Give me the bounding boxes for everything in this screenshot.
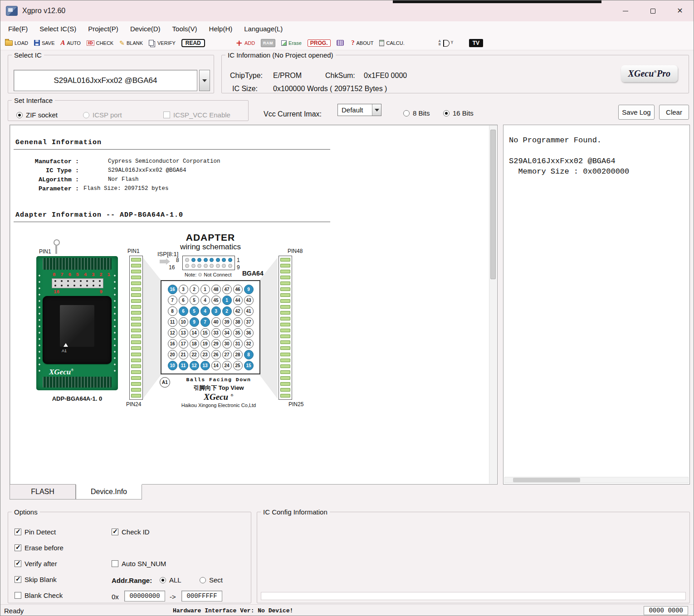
toolbar-calcu-button[interactable]: CALCU.: [379, 40, 404, 46]
adapter-pin-pad: [131, 258, 141, 262]
vcc-dropdown-button[interactable]: [372, 104, 381, 116]
clear-button[interactable]: Clear: [659, 105, 689, 120]
toolbar-gate-button[interactable]: A B: [439, 39, 456, 47]
bga-grid: 1632148474697654451444386543242411110974…: [167, 284, 254, 371]
toolbar-tv-button[interactable]: TV: [469, 39, 483, 47]
radio-icsp-port: ICSP port: [83, 111, 122, 119]
isp-pin16-label: 16: [169, 264, 175, 271]
vertical-scrollbar[interactable]: [489, 126, 497, 484]
bga-ball: 42: [233, 306, 243, 316]
toolbar-ram-button[interactable]: RAM: [261, 39, 275, 47]
note-text: Not Connect: [204, 272, 231, 277]
menu-languagel[interactable]: Language(L): [238, 25, 288, 33]
adapter-pin-pad: [280, 293, 290, 297]
checkbox-pin-detect[interactable]: Pin Detect: [15, 528, 56, 536]
toolbar-blank-button[interactable]: ✎BLANK: [119, 39, 143, 47]
floppy-icon: [34, 40, 40, 46]
toolbar-check-button[interactable]: IDCHECK: [87, 40, 113, 46]
menu-toolsv[interactable]: Tools(V): [166, 25, 203, 33]
bga-ball: 5: [190, 296, 199, 305]
adapter-pin-pad: [280, 305, 290, 309]
toolbar-about-button[interactable]: ?ABOUT: [352, 39, 374, 47]
calculator-icon: [379, 40, 384, 46]
selected-ic-dropdown-button[interactable]: [199, 70, 210, 91]
adapter-pin-pad: [280, 264, 290, 267]
tab-device-info[interactable]: Device.Info: [76, 485, 142, 500]
adapter-pin-pad: [131, 276, 141, 279]
radio-16-bits[interactable]: 16 Bits: [443, 109, 474, 117]
info-label: ALgorithm :: [15, 176, 79, 183]
checkbox-check-id[interactable]: Check ID: [112, 528, 150, 536]
toolbar-load-button[interactable]: LOAD: [5, 40, 28, 46]
bga-ball: 3: [211, 306, 221, 316]
brand-text: XGecu: [628, 68, 654, 78]
horizontal-scrollbar-thumb[interactable]: [513, 478, 580, 482]
log-line: Memory Size : 0x00200000: [509, 166, 687, 177]
chip-type-value: E/PROM: [273, 72, 302, 80]
bga-ball: 17: [179, 339, 188, 349]
toolbar-erase-button[interactable]: Erase: [281, 40, 302, 46]
window-title: Xgpro v12.60: [22, 7, 65, 15]
vcc-current-value: Default: [338, 106, 372, 114]
radio-range-sect[interactable]: Sect: [200, 576, 223, 584]
radio-range-all[interactable]: ALL: [160, 576, 181, 584]
ic-information-group: IC Information (No Project opened) ChipT…: [221, 51, 689, 93]
checkbox-verify-after[interactable]: Verify after: [15, 560, 57, 567]
question-icon: ?: [352, 39, 355, 47]
checkbox-auto-sn-num[interactable]: Auto SN_NUM: [112, 560, 166, 567]
toolbar-label: TV: [469, 39, 483, 47]
menu-deviced[interactable]: Device(D): [124, 25, 166, 33]
checkbox-label: Check ID: [122, 528, 150, 536]
toolbar-label: BLANK: [127, 40, 143, 46]
radio-icon: [443, 110, 450, 116]
maximize-button[interactable]: [639, 0, 666, 21]
checkbox-blank-check[interactable]: Blank Check: [15, 592, 63, 599]
isp-connected-dot: [204, 258, 208, 262]
toolbar-read-button[interactable]: READ: [181, 39, 205, 47]
horizontal-scrollbar[interactable]: [504, 477, 689, 483]
note-label: Note:: [185, 272, 196, 277]
radio-8-bits[interactable]: 8 Bits: [403, 109, 430, 117]
toolbar-prog-button[interactable]: PROG.: [308, 39, 331, 47]
save-log-button[interactable]: Save Log: [618, 105, 655, 120]
toolbar-add-button[interactable]: +ADD: [236, 39, 255, 47]
header-hole: [73, 280, 75, 282]
addr-to-input[interactable]: 000FFFFF: [181, 591, 222, 601]
radio-label: 8 Bits: [413, 109, 430, 117]
vcc-current-select[interactable]: Default: [337, 104, 381, 116]
checkbox-skip-blank[interactable]: Skip Blank: [15, 576, 57, 583]
log-line: No Programmer Found.: [509, 135, 687, 146]
adapter-pin-pad: [280, 323, 290, 326]
vertical-scrollbar-thumb[interactable]: [490, 130, 496, 279]
menu-filef[interactable]: File(F): [2, 25, 34, 33]
minimize-button[interactable]: [612, 0, 639, 21]
vcc-current-imax-label: Vcc Current Imax:: [264, 110, 322, 118]
menu-projectp[interactable]: Project(P): [82, 25, 124, 33]
bga-ball: 7: [200, 317, 210, 327]
device-info-row: ALgorithm :Nor Flash: [15, 175, 220, 184]
bga-ball: 31: [233, 339, 243, 349]
radio-zif-socket[interactable]: ZIF socket: [16, 111, 58, 119]
checkbox-icon: [112, 560, 118, 567]
toolbar-auto-button[interactable]: AAUTO: [61, 39, 81, 47]
toolbar-verify-button[interactable]: VERIFY: [149, 40, 176, 46]
radio-label: ICSP port: [93, 111, 122, 119]
hex-prefix-label: 0x: [112, 593, 119, 601]
bga-ball: 43: [244, 296, 254, 305]
selected-ic-combobox[interactable]: S29AL016JxxFxx02 @BGA64: [14, 70, 197, 91]
bga-ball: 14: [190, 328, 199, 338]
tab-flash[interactable]: FLASH: [10, 485, 76, 500]
menu-helph[interactable]: Help(H): [203, 25, 239, 33]
close-button[interactable]: ✕: [666, 0, 694, 21]
checkbox-erase-before[interactable]: Erase before: [15, 544, 64, 552]
menu-selectics[interactable]: Select IC(S): [34, 25, 82, 33]
toolbar-comb-button[interactable]: [337, 40, 346, 46]
pin-strip-left: [129, 256, 143, 400]
isp-pin1-label: 1: [237, 257, 240, 263]
header-hole: [61, 285, 63, 286]
chksum-value: 0x1FE0 0000: [364, 72, 407, 80]
bga-ball: 15: [244, 361, 254, 370]
bga-ball: 28: [233, 350, 243, 359]
toolbar-save-button[interactable]: SAVE: [34, 40, 55, 46]
addr-from-input[interactable]: 00000000: [124, 591, 165, 601]
